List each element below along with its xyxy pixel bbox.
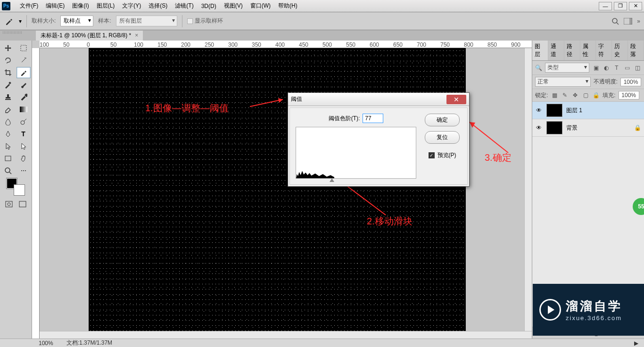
svg-rect-3 (629, 18, 632, 25)
ruler-vertical[interactable] (32, 48, 40, 339)
tab-properties[interactable]: 属性 (580, 41, 596, 60)
eyedropper-tool-icon[interactable] (4, 16, 14, 26)
eyedropper-tool[interactable] (17, 67, 31, 78)
workspace-icon[interactable] (624, 18, 632, 25)
preview-checkbox[interactable]: ✓ 预览(P) (429, 151, 456, 159)
lock-pixels-icon[interactable]: ▦ (551, 91, 558, 99)
canvas-area[interactable]: 100 50 0 50 100 150 200 250 300 350 400 … (32, 41, 532, 339)
hand-tool[interactable] (17, 153, 31, 164)
crop-tool[interactable] (1, 67, 15, 78)
layer-thumbnail[interactable] (546, 104, 562, 117)
menu-window[interactable]: 窗口(W) (247, 2, 274, 10)
close-tab-icon[interactable]: × (135, 32, 138, 39)
layer-filter-select[interactable]: 类型 (545, 63, 589, 73)
gradient-tool[interactable] (17, 104, 31, 115)
tab-channels[interactable]: 通道 (548, 41, 564, 60)
tab-history[interactable]: 历史 (612, 41, 628, 60)
brush-tool[interactable] (17, 79, 31, 91)
direct-select-tool[interactable] (17, 140, 31, 152)
expand-icon[interactable]: » (637, 18, 640, 25)
status-menu-icon[interactable]: ▶ (634, 340, 638, 347)
filter-shape-icon[interactable]: ▭ (623, 64, 631, 72)
dialog-close-button[interactable]: ✕ (446, 95, 466, 104)
layer-name[interactable]: 图层 1 (566, 107, 582, 115)
arrow-1 (250, 97, 288, 116)
maximize-button[interactable]: ❐ (614, 2, 627, 10)
menu-edit[interactable]: 编辑(E) (42, 2, 68, 10)
fill-input[interactable]: 100% (619, 91, 639, 99)
filter-smart-icon[interactable]: ◫ (634, 64, 641, 72)
lock-all-icon[interactable]: 🔒 (592, 91, 600, 99)
layer-name[interactable]: 背景 (566, 124, 578, 132)
ellipsis-tool[interactable]: ⋯ (17, 165, 31, 176)
ok-button[interactable]: 确定 (425, 114, 460, 126)
type-tool[interactable]: T (17, 128, 31, 140)
show-ring-checkbox[interactable]: 显示取样环 (187, 17, 223, 25)
menu-file[interactable]: 文件(F) (16, 2, 42, 10)
tab-paragraph[interactable]: 段落 (628, 41, 644, 60)
document-tab[interactable]: 未标题-1 @ 100% (图层 1, RGB/8) * × (36, 31, 143, 41)
stamp-tool[interactable] (1, 91, 15, 103)
marquee-tool[interactable] (17, 42, 31, 54)
threshold-input[interactable] (363, 114, 383, 123)
minimize-button[interactable]: ― (599, 2, 612, 10)
tab-character[interactable]: 字符 (596, 41, 612, 60)
filter-image-icon[interactable]: ▣ (592, 64, 600, 72)
threshold-slider[interactable] (330, 178, 334, 183)
eraser-tool[interactable] (1, 104, 15, 115)
zoom-level[interactable]: 100% (39, 340, 53, 347)
menu-image[interactable]: 图像(I) (68, 2, 92, 10)
filter-type-icon[interactable]: T (613, 64, 620, 72)
blur-tool[interactable] (1, 116, 15, 127)
rectangle-tool[interactable] (1, 153, 15, 164)
visibility-toggle[interactable]: 👁 (535, 124, 543, 131)
menu-filter[interactable]: 滤镜(T) (171, 2, 197, 10)
layer-row[interactable]: 👁 背景 🔒 (532, 119, 644, 137)
lasso-tool[interactable] (1, 55, 15, 66)
canvas-image[interactable] (89, 48, 466, 333)
quickmask-tool[interactable] (3, 199, 15, 209)
menu-type[interactable]: 文字(Y) (118, 2, 145, 10)
dodge-tool[interactable] (17, 116, 31, 127)
search-icon[interactable]: 🔍 (535, 65, 542, 71)
ruler-horizontal[interactable]: 100 50 0 50 100 150 200 250 300 350 400 … (40, 41, 532, 48)
reset-button[interactable]: 复位 (425, 131, 460, 144)
filter-adjust-icon[interactable]: ◐ (603, 64, 610, 72)
histogram[interactable] (296, 127, 416, 179)
menu-bar: Ps 文件(F) 编辑(E) 图像(I) 图层(L) 文字(Y) 选择(S) 滤… (0, 0, 644, 12)
move-tool[interactable] (1, 42, 15, 54)
menu-select[interactable]: 选择(S) (145, 2, 171, 10)
lock-position-icon[interactable]: ✥ (571, 91, 579, 99)
menu-3d[interactable]: 3D(D) (198, 3, 220, 9)
tab-layers[interactable]: 图层 (532, 41, 548, 60)
lock-brush-icon[interactable]: ✎ (561, 91, 569, 99)
history-brush-tool[interactable] (17, 91, 31, 103)
menu-help[interactable]: 帮助(H) (274, 2, 301, 10)
dialog-titlebar[interactable]: 阈值 ✕ (288, 93, 469, 106)
sample-size-select[interactable]: 取样点 (60, 16, 93, 26)
close-button[interactable]: ✕ (629, 2, 642, 10)
sample-layers-select[interactable]: 所有图层 (116, 16, 177, 26)
blend-mode-select[interactable]: 正常 (535, 77, 591, 87)
lock-artboard-icon[interactable]: ▢ (582, 91, 589, 99)
healing-tool[interactable] (1, 79, 15, 91)
visibility-toggle[interactable]: 👁 (535, 107, 543, 114)
pen-tool[interactable] (1, 128, 15, 140)
screenmode-tool[interactable] (17, 199, 29, 209)
arrow-3 (466, 120, 513, 157)
scrollbar-horizontal[interactable] (40, 331, 532, 339)
opacity-input[interactable]: 100% (620, 78, 641, 86)
svg-line-18 (250, 99, 283, 107)
path-select-tool[interactable] (1, 140, 15, 152)
scrollbar-vertical[interactable] (524, 48, 532, 331)
menu-layer[interactable]: 图层(L) (93, 2, 119, 10)
background-swatch[interactable] (14, 185, 25, 195)
color-swatches[interactable] (1, 177, 31, 197)
layer-row[interactable]: 👁 图层 1 (532, 102, 644, 119)
magic-wand-tool[interactable] (17, 55, 31, 66)
layer-thumbnail[interactable] (546, 121, 562, 134)
zoom-tool[interactable] (1, 165, 15, 176)
search-icon[interactable] (611, 17, 619, 25)
menu-view[interactable]: 视图(V) (220, 2, 247, 10)
tab-paths[interactable]: 路径 (564, 41, 580, 60)
